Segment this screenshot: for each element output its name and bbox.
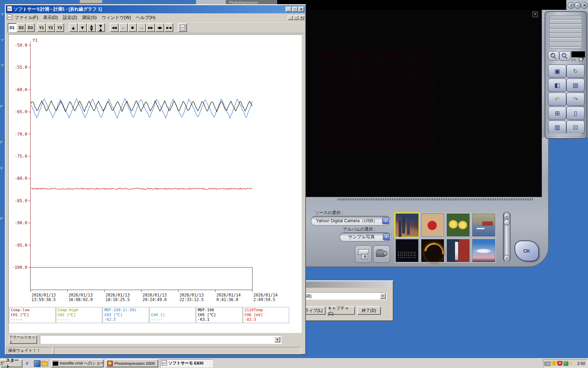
fit-window-button[interactable]: ▣ bbox=[548, 64, 566, 78]
zoom-ratio-label[interactable]: 1:1 bbox=[571, 58, 576, 61]
minimize-button[interactable]: _ bbox=[286, 7, 292, 12]
tray-clock[interactable]: 2:50 bbox=[578, 361, 585, 366]
video-capture-button[interactable] bbox=[373, 245, 390, 263]
task-button-photoimpression[interactable]: PhotoImpression 2000 bbox=[106, 359, 158, 367]
task-button-cmd[interactable]: transfile.cmd へのショート... bbox=[51, 359, 104, 367]
internet-explorer-icon[interactable]: e bbox=[26, 360, 32, 366]
resize-grip[interactable] bbox=[300, 348, 304, 353]
desktop-icon-label[interactable]: マ bbox=[0, 12, 5, 17]
mdi-close-button[interactable]: ✕ bbox=[299, 15, 304, 20]
capture-button[interactable]: キャプチャ(C) bbox=[328, 306, 355, 315]
scroll-up-icon[interactable]: ▲ bbox=[504, 213, 510, 219]
minimize-button[interactable]: − bbox=[574, 2, 581, 9]
security-warning-icon[interactable]: ! bbox=[551, 361, 556, 366]
desktop-icon-label[interactable]: V bbox=[0, 166, 5, 170]
flip-horizontal-button[interactable]: ◧ bbox=[548, 79, 566, 92]
redo-button[interactable]: ↷ bbox=[566, 93, 584, 106]
step-forward-button[interactable]: → bbox=[137, 23, 146, 32]
thumbnail-harbor-town[interactable] bbox=[472, 213, 495, 237]
outlook-icon[interactable] bbox=[34, 360, 41, 367]
source-select-combobox[interactable]: Yahoo! Digital Camera（USB） ▼ bbox=[311, 216, 391, 226]
legend-ch1: Comp-lowCH1 [℃]----- bbox=[9, 307, 56, 323]
menu-ウィンドウ[interactable]: ウィンドウ(W) bbox=[99, 14, 133, 21]
close-button[interactable]: ✕ bbox=[581, 2, 588, 9]
copy-page-button[interactable]: ▤ bbox=[566, 79, 584, 92]
task-button-softthermo[interactable]: ソフトサーモ E830 bbox=[160, 359, 213, 367]
close-button[interactable]: ✕ bbox=[298, 7, 304, 12]
axis-select-y1[interactable]: Y1 bbox=[37, 23, 46, 32]
svg-text:2:49:59.5: 2:49:59.5 bbox=[253, 297, 275, 302]
acquire-scanner-button[interactable] bbox=[355, 245, 372, 263]
alarm-combobox[interactable]: ▼ bbox=[40, 335, 281, 344]
folder-icon[interactable] bbox=[42, 360, 48, 366]
data-select-d1[interactable]: D1 bbox=[8, 23, 16, 32]
fast-forward-button[interactable]: ▶▶ bbox=[146, 23, 155, 32]
taskbar-separator bbox=[48, 360, 49, 367]
menu-設定[interactable]: 設定(Z) bbox=[61, 14, 80, 21]
usb-device-icon[interactable] bbox=[563, 361, 568, 366]
album-board-button[interactable]: ⊡ bbox=[566, 121, 584, 134]
mdi-restore-button[interactable]: □ bbox=[293, 15, 299, 20]
scroll-thumb[interactable] bbox=[504, 219, 510, 225]
portrait-button[interactable]: ▯ bbox=[566, 107, 584, 120]
exit-button[interactable]: 終了(D) bbox=[357, 306, 381, 315]
desktop-icon-label[interactable]: P bbox=[0, 104, 5, 109]
titlebar[interactable]: ソフトサーモ計測－計測1 - [折れ線グラフ 1] _□✕ bbox=[6, 5, 305, 13]
menu-ファイル[interactable]: ファイル(F) bbox=[12, 14, 41, 21]
security-alert-icon[interactable]: ✕ bbox=[557, 361, 562, 366]
scroll-up-button[interactable]: ▲ bbox=[69, 23, 78, 32]
keyboard-layout-icon[interactable] bbox=[545, 362, 551, 366]
desktop-icon-label[interactable]: P bbox=[0, 140, 5, 144]
compress-vertical-button[interactable]: ▼ ▲ bbox=[96, 23, 105, 32]
zoom-in-button[interactable]: + bbox=[548, 51, 559, 61]
start-button[interactable]: スタート bbox=[1, 359, 22, 367]
thumbnail-scrollbar[interactable]: ▲ ▼ bbox=[503, 212, 511, 262]
mdi-minimize-button[interactable]: _ bbox=[288, 15, 293, 20]
thumbnail-lighthouse[interactable] bbox=[447, 239, 470, 262]
chevron-down-icon[interactable]: ▼ bbox=[380, 293, 386, 299]
compress-horizontal-button[interactable]: ▶◀ bbox=[164, 23, 173, 32]
desktop-icon-label[interactable]: マ bbox=[0, 38, 5, 43]
chevron-down-icon[interactable]: ▼ bbox=[383, 233, 390, 240]
step-back-button[interactable]: ← bbox=[119, 23, 128, 32]
menu-表示[interactable]: 表示(D) bbox=[41, 14, 60, 21]
scroll-down-button[interactable]: ▼ bbox=[78, 23, 87, 32]
thumbnail-yellow-flowers[interactable] bbox=[447, 213, 470, 237]
data-select-d3[interactable]: D3 bbox=[26, 23, 35, 32]
duplicate-button[interactable]: ⊞ bbox=[548, 107, 566, 120]
desktop-icon-label[interactable]: P bbox=[0, 217, 5, 221]
chevron-down-icon[interactable]: ▼ bbox=[382, 217, 389, 224]
rotate-button[interactable]: ↻ bbox=[566, 64, 584, 78]
thumbnail-rock-spires[interactable] bbox=[396, 213, 419, 237]
menu-測定[interactable]: 測定(S) bbox=[79, 14, 99, 21]
desktop-icon-label[interactable]: マ bbox=[0, 63, 5, 68]
scroll-down-icon[interactable]: ▼ bbox=[504, 255, 510, 261]
thumbnail-night-city[interactable] bbox=[396, 239, 419, 262]
chevron-down-icon[interactable]: ▼ bbox=[274, 336, 280, 342]
data-select-d2[interactable]: D2 bbox=[17, 23, 26, 32]
menu-ヘルプ[interactable]: ヘルプ(H) bbox=[133, 14, 158, 21]
undo-button[interactable]: ↶ bbox=[548, 93, 566, 106]
taskbar: スタート e transfile.cmd へのショート...PhotoImpre… bbox=[0, 358, 588, 368]
zoom-out-button[interactable]: − bbox=[559, 51, 570, 61]
alarm-reset-button[interactable]: アラームリセット bbox=[9, 335, 37, 344]
help-button[interactable]: ? bbox=[568, 2, 574, 9]
preview-close-icon[interactable]: ✕ bbox=[532, 12, 538, 17]
star-icon[interactable]: ★ bbox=[569, 361, 574, 366]
cascade-windows-icon[interactable] bbox=[579, 57, 583, 61]
axis-select-y2[interactable]: Y2 bbox=[46, 23, 55, 32]
graph-settings-button[interactable] bbox=[178, 23, 187, 32]
thumbnail-sunset-clouds[interactable] bbox=[472, 239, 495, 262]
print-button[interactable]: ▥ bbox=[548, 121, 566, 134]
thumbnail-cardinal-bird[interactable] bbox=[421, 213, 444, 237]
status-panel-2 bbox=[54, 347, 300, 354]
expand-horizontal-button[interactable]: ◀▶ bbox=[155, 23, 164, 32]
expand-vertical-button[interactable]: ▲ ▼ bbox=[87, 23, 96, 32]
maximize-button[interactable]: □ bbox=[292, 7, 298, 12]
thumbnail-gold-light-trails[interactable] bbox=[421, 239, 444, 262]
mdi-child-icon[interactable] bbox=[7, 14, 12, 21]
rewind-button[interactable]: ◀◀ bbox=[110, 23, 119, 32]
axis-select-y3[interactable]: Y3 bbox=[55, 23, 64, 32]
stop-button[interactable]: ■ bbox=[128, 23, 137, 32]
album-select-combobox[interactable]: サンプル写真 ▼ bbox=[340, 232, 391, 241]
